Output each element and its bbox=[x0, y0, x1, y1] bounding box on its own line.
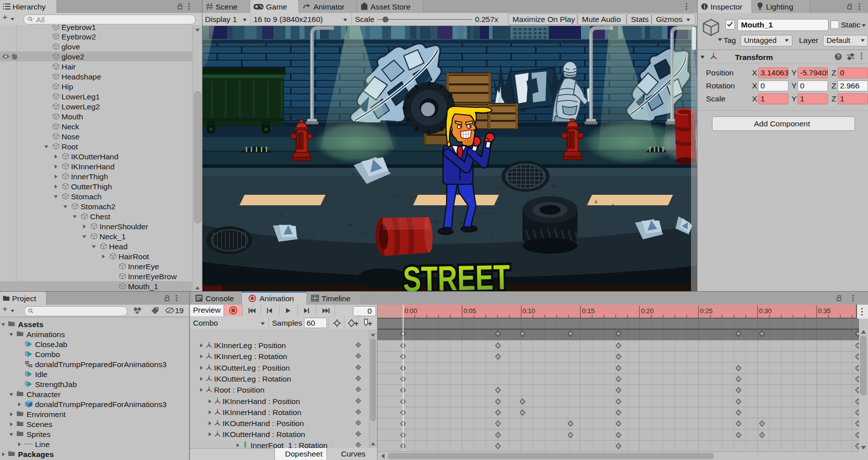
svg-text:0:20: 0:20 bbox=[641, 307, 654, 315]
svg-text:0:05: 0:05 bbox=[464, 307, 476, 315]
svg-text:STREET: STREET bbox=[402, 258, 510, 291]
svg-text:0:35: 0:35 bbox=[818, 307, 830, 315]
svg-text:0:15: 0:15 bbox=[582, 307, 594, 315]
svg-text:?: ? bbox=[836, 54, 840, 59]
svg-text:0:00: 0:00 bbox=[404, 307, 417, 315]
svg-text:0:10: 0:10 bbox=[522, 307, 535, 315]
svg-text:0:25: 0:25 bbox=[700, 307, 712, 315]
svg-text:0:30: 0:30 bbox=[759, 307, 772, 315]
